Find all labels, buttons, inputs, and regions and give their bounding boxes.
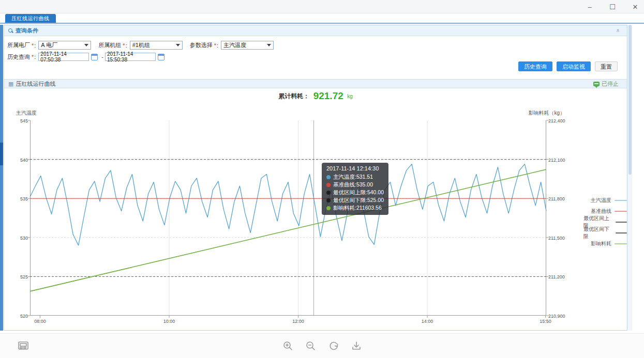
unit-label: 所属机组 xyxy=(98,41,121,49)
unit-select[interactable]: #1机组 xyxy=(130,41,183,50)
tooltip-series-value: 最优区间下限:525.00 xyxy=(333,197,384,204)
zoom-out-icon[interactable] xyxy=(305,340,317,352)
minimize-icon[interactable]: – xyxy=(585,3,594,11)
param-select-value: 主汽温度 xyxy=(223,41,246,49)
tooltip-series-value: 主汽温度:531.51 xyxy=(333,174,373,181)
x-axis-ticks: 08:0010:0012:0014:0015:50 xyxy=(30,319,546,326)
left-axis-title: 主汽温度 xyxy=(16,110,37,117)
right-axis-ticks: 212,400212,100211,800211,500211,200210,9… xyxy=(548,120,572,316)
right-tick-label: 211,200 xyxy=(548,274,565,279)
x-tick-label: 12:00 xyxy=(292,319,304,324)
label-colon: : xyxy=(34,54,36,60)
label-colon: : xyxy=(34,42,36,49)
legend-line-swatch xyxy=(615,200,627,201)
tooltip-row: 影响料耗:211603.56 xyxy=(326,204,384,212)
required-mark: * xyxy=(214,42,216,49)
tooltip-row: 最优区间下限:525.00 xyxy=(326,196,384,204)
plant-select[interactable]: A 电厂 xyxy=(38,41,91,50)
right-tick-label: 212,400 xyxy=(548,118,565,123)
legend-item-最优区间下限[interactable]: 最优区间下限 xyxy=(583,227,627,238)
tooltip-timestamp: 2017-11-14 12:14:30 xyxy=(326,165,384,172)
tooltip-series-dot xyxy=(326,198,331,203)
query-conditions-header: 查询条件 ∧ xyxy=(4,25,627,36)
tooltip-row: 主汽温度:531.51 xyxy=(326,173,384,181)
search-icon xyxy=(8,28,13,33)
total-label: 累计料耗： xyxy=(278,92,309,100)
query-form-row-2: 历史查询 * : 2017-11-14 07:50:38 - 2017-11-1… xyxy=(7,53,167,61)
tooltip-series-value: 基准曲线:535.00 xyxy=(333,181,373,189)
tooltip-series-value: 影响料耗:211603.56 xyxy=(333,205,382,212)
left-tick-label: 545 xyxy=(20,118,28,123)
tooltip-row: 最优区间上限:540.00 xyxy=(326,189,384,196)
calendar-icon[interactable] xyxy=(158,54,164,60)
query-buttons: 历史查询 启动监视 重置 xyxy=(518,61,618,71)
required-mark: * xyxy=(123,42,125,49)
tooltip-series-dot xyxy=(326,191,331,195)
x-tick-label: 10:00 xyxy=(163,319,175,324)
tab-pressure-curve[interactable]: 压红线运行曲线 xyxy=(5,14,56,23)
tooltip-series-value: 最优区间上限:540.00 xyxy=(333,189,384,196)
query-conditions-title: 查询条件 xyxy=(16,27,38,35)
start-datetime-input[interactable]: 2017-11-14 07:50:38 xyxy=(38,53,89,61)
left-tick-label: 520 xyxy=(20,314,28,319)
legend-line-swatch xyxy=(616,232,627,234)
end-datetime-input[interactable]: 2017-11-14 15:50:38 xyxy=(105,53,156,61)
x-tick-label: 15:50 xyxy=(540,319,551,324)
right-scrollbar[interactable] xyxy=(628,25,632,331)
bottom-toolbar xyxy=(0,333,644,358)
left-tick-label: 535 xyxy=(20,196,28,201)
reset-button[interactable]: 重置 xyxy=(595,61,618,71)
x-tick-label: 08:00 xyxy=(34,319,46,324)
calendar-icon[interactable] xyxy=(91,54,98,60)
close-icon[interactable]: ✕ xyxy=(631,3,640,11)
zoom-in-icon[interactable] xyxy=(282,340,294,352)
tooltip-row: 基准曲线:535.00 xyxy=(326,181,384,189)
window-titlebar: – ☐ ✕ xyxy=(0,0,644,13)
chart-tooltip: 2017-11-14 12:14:30 主汽温度:531.51基准曲线:535.… xyxy=(322,163,388,215)
param-select[interactable]: 主汽温度 xyxy=(221,41,274,50)
total-unit: kg xyxy=(347,94,353,99)
range-separator: - xyxy=(101,54,103,60)
monitor-status: 已停止 xyxy=(593,80,619,88)
right-axis-title: 影响料耗（kg） xyxy=(528,110,565,117)
start-monitor-button[interactable]: 启动监视 xyxy=(557,61,591,71)
legend-label: 基准曲线 xyxy=(591,208,611,215)
legend-line-swatch xyxy=(615,211,627,212)
left-scroll-strip[interactable] xyxy=(0,25,3,331)
chevron-down-icon xyxy=(176,44,180,46)
chart-panel-header: ▦ 压红线运行曲线 已停止 xyxy=(4,79,627,88)
right-tick-label: 212,100 xyxy=(548,158,565,163)
app-window: – ☐ ✕ 压红线运行曲线 查询条件 ∧ 所属电厂 * : A 电厂 所属机组 … xyxy=(0,0,644,358)
plant-label: 所属电厂 xyxy=(7,41,30,49)
history-query-button[interactable]: 历史查询 xyxy=(518,61,552,71)
left-tick-label: 540 xyxy=(20,158,28,163)
right-tick-label: 211,500 xyxy=(548,236,565,241)
left-scroll-thumb[interactable] xyxy=(0,143,3,165)
left-tick-label: 530 xyxy=(20,236,28,241)
legend-label: 主汽温度 xyxy=(591,197,611,204)
maximize-icon[interactable]: ☐ xyxy=(608,3,617,11)
chevron-down-icon xyxy=(84,44,88,46)
tooltip-series-dot xyxy=(326,206,331,210)
right-tick-label: 210,900 xyxy=(548,314,565,319)
right-scrollbar-thumb[interactable] xyxy=(628,25,632,175)
thumbnail-view-icon[interactable] xyxy=(18,340,29,352)
plant-select-value: A 电厂 xyxy=(41,41,57,49)
history-range-label: 历史查询 xyxy=(7,53,30,61)
chart-panel-title: 压红线运行曲线 xyxy=(16,80,55,88)
legend-line-swatch xyxy=(615,243,627,244)
tab-bar: 压红线运行曲线 xyxy=(0,13,644,24)
right-tick-label: 211,800 xyxy=(548,196,565,201)
main-content: 查询条件 ∧ 所属电厂 * : A 电厂 所属机组 * : #1机组 参数选择 … xyxy=(4,25,627,331)
chart-plot-area[interactable] xyxy=(30,120,546,316)
legend-line-swatch xyxy=(616,222,627,223)
left-axis-ticks: 545540535530525520 xyxy=(13,120,28,316)
param-label: 参数选择 xyxy=(190,41,213,49)
total-value: 921.72 xyxy=(313,90,343,101)
monitor-status-icon xyxy=(593,82,600,86)
legend-item-主汽温度[interactable]: 主汽温度 xyxy=(583,195,627,206)
download-icon[interactable] xyxy=(351,340,362,352)
tooltip-series-dot xyxy=(326,183,331,187)
chevron-up-icon[interactable]: ∧ xyxy=(616,27,620,33)
refresh-icon[interactable] xyxy=(328,340,339,352)
